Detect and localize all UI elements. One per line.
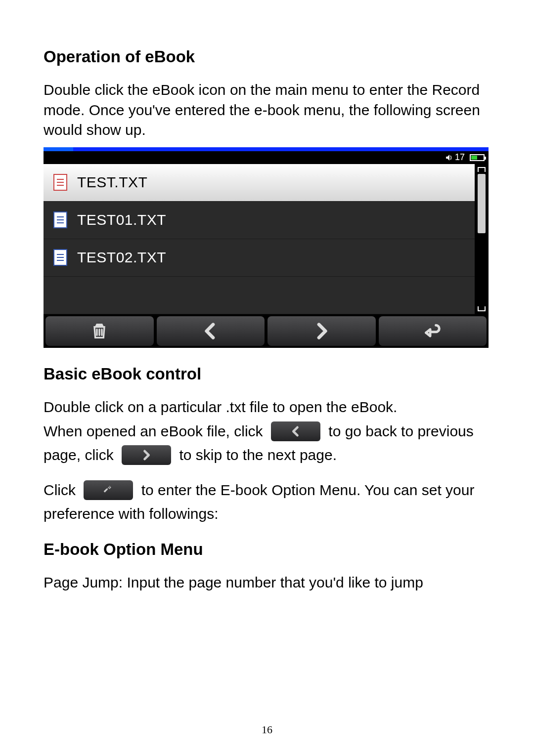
- file-row-empty: [44, 277, 475, 314]
- text-fragment: to skip to the next page.: [179, 447, 337, 463]
- option-menu-para: Page Jump: Input the page number that yo…: [44, 573, 490, 593]
- scrollbar-thumb[interactable]: [478, 174, 486, 233]
- text-fragment: When opened an eBook file, click: [44, 423, 263, 439]
- trash-icon: [89, 321, 109, 341]
- chevron-right-icon: [312, 321, 331, 341]
- text-fragment: Click: [44, 481, 76, 498]
- next-button[interactable]: [267, 316, 376, 346]
- chevron-right-icon: [139, 448, 153, 462]
- page-number: 16: [0, 723, 534, 736]
- basic-control-line2: When opened an eBook file, click to go b…: [44, 419, 490, 467]
- text-file-icon: [53, 211, 67, 228]
- section-title-operation: Operation of eBook: [44, 47, 490, 66]
- file-row[interactable]: TEST01.TXT: [44, 202, 475, 239]
- return-icon: [423, 321, 443, 341]
- return-button[interactable]: [379, 316, 487, 346]
- intro-paragraph: Double click the eBook icon on the main …: [44, 80, 490, 140]
- file-row[interactable]: TEST02.TXT: [44, 239, 475, 277]
- delete-button[interactable]: [45, 316, 154, 346]
- status-bar: 17: [44, 151, 489, 164]
- battery-icon: [470, 154, 485, 161]
- screenshot-toolbar: [44, 314, 489, 348]
- chevron-left-icon: [289, 424, 303, 438]
- file-list: TEST.TXT TEST01.TXT TEST02.TXT: [44, 164, 475, 314]
- ebook-screenshot: 17 TEST.TXT TEST01.TXT TEST02.TXT: [44, 147, 489, 348]
- text-file-icon: [53, 174, 67, 191]
- basic-control-line1: Double click on a particular .txt file t…: [44, 397, 490, 418]
- screenshot-topbar: [44, 147, 489, 151]
- file-name: TEST01.TXT: [77, 211, 166, 228]
- inline-prev-button: [271, 421, 320, 441]
- section-title-basic-control: Basic eBook control: [44, 365, 490, 383]
- file-row[interactable]: TEST.TXT: [44, 164, 475, 202]
- text-file-icon: [53, 249, 67, 266]
- scrollbar[interactable]: [475, 164, 489, 314]
- chevron-left-icon: [201, 321, 221, 341]
- prev-button[interactable]: [157, 316, 265, 346]
- inline-settings-button: [84, 480, 133, 500]
- basic-control-line3: Click to enter the E-book Option Menu. Y…: [44, 478, 490, 526]
- wrench-icon: [101, 483, 115, 497]
- inline-next-button: [122, 445, 171, 465]
- section-title-option-menu: E-book Option Menu: [44, 540, 490, 559]
- file-name: TEST02.TXT: [77, 249, 166, 266]
- volume-indicator: 17: [445, 152, 465, 163]
- file-name: TEST.TXT: [77, 174, 147, 191]
- volume-level-text: 17: [455, 152, 465, 163]
